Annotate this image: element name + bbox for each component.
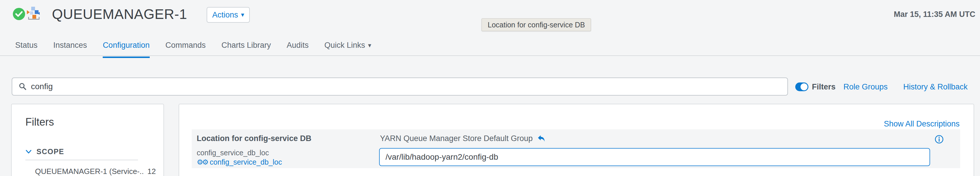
config-property-api-row: ⚙⚙ config_service_db_loc: [197, 158, 282, 166]
tab-audits[interactable]: Audits: [286, 37, 309, 57]
scope-section-header[interactable]: SCOPE: [25, 147, 64, 156]
divider: [25, 160, 138, 160]
tab-status[interactable]: Status: [15, 37, 38, 57]
actions-button[interactable]: Actions ▾: [207, 7, 250, 23]
actions-button-label: Actions: [212, 11, 238, 19]
filters-toggle-label: Filters: [812, 82, 835, 91]
role-groups-link[interactable]: Role Groups: [843, 82, 888, 91]
config-property-name: config_service_db_loc: [197, 149, 269, 157]
history-rollback-link[interactable]: History & Rollback: [903, 82, 968, 91]
tab-charts-library[interactable]: Charts Library: [221, 37, 271, 57]
scope-filter-label: QUEUEMANAGER-1 (Service-...: [35, 167, 144, 176]
current-time: Mar 15, 11:35 AM UTC: [894, 10, 975, 19]
tab-instances[interactable]: Instances: [53, 37, 87, 57]
scope-filter-item[interactable]: QUEUEMANAGER-1 (Service-... 12: [35, 165, 156, 176]
caret-down-icon: ▾: [241, 12, 244, 18]
show-all-descriptions-link[interactable]: Show All Descriptions: [884, 119, 959, 128]
config-group-header: YARN Queue Manager Store Default Group: [380, 134, 546, 143]
queue-manager-service-icon: [27, 6, 41, 21]
config-property-api-link[interactable]: config_service_db_loc: [210, 158, 282, 166]
config-property-row: Location for config-service DB config_se…: [192, 129, 960, 168]
health-status-good-icon: [13, 8, 25, 20]
config-property-title: Location for config-service DB: [197, 134, 312, 143]
check-icon: [15, 11, 23, 17]
scope-filter-count: 12: [147, 167, 156, 176]
tab-commands[interactable]: Commands: [165, 37, 206, 57]
config-tooltip: Location for config-service DB: [482, 18, 591, 31]
tab-configuration[interactable]: Configuration: [103, 37, 150, 57]
gears-icon: ⚙⚙: [197, 159, 207, 166]
config-value-input[interactable]: [379, 148, 930, 166]
info-icon[interactable]: [934, 135, 944, 144]
config-search-box: [12, 78, 788, 95]
chevron-down-icon: [25, 149, 32, 154]
filters-panel-title: Filters: [25, 116, 54, 128]
filters-toggle[interactable]: [795, 82, 808, 91]
page-title: QUEUEMANAGER-1: [52, 5, 187, 23]
tab-bar: Status Instances Configuration Commands …: [0, 37, 980, 56]
filters-panel: Filters SCOPE QUEUEMANAGER-1 (Service-..…: [11, 104, 164, 176]
queue-manager-config-page: QUEUEMANAGER-1 Actions ▾ Location for co…: [0, 0, 980, 176]
undo-icon[interactable]: [537, 135, 546, 143]
toggle-knob: [800, 83, 808, 90]
caret-down-icon: ▾: [368, 42, 371, 49]
config-search-input[interactable]: [31, 82, 781, 91]
search-icon: [19, 82, 27, 90]
active-tab-underline: [103, 57, 150, 58]
scope-section-label: SCOPE: [37, 147, 64, 156]
config-group-label: YARN Queue Manager Store Default Group: [380, 134, 533, 143]
configuration-panel: Show All Descriptions Location for confi…: [178, 104, 974, 176]
tab-quick-links[interactable]: Quick Links ▾: [324, 37, 371, 57]
